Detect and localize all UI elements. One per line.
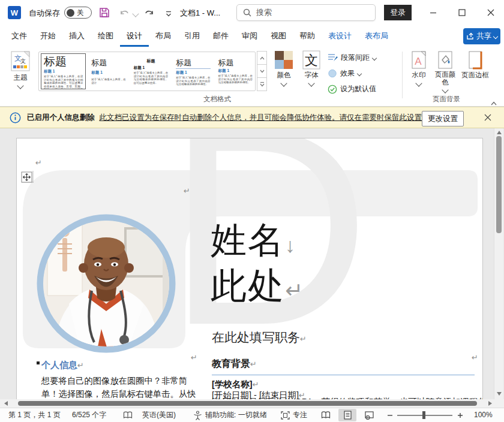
horizontal-scrollbar[interactable] [0,399,504,408]
search-input[interactable]: 搜索 [236,4,376,21]
tab-review[interactable]: 审阅 [235,25,264,47]
colors-button[interactable]: 颜色 [271,50,296,86]
gallery-scroll-buttons [257,52,267,91]
style-set-thumbnail[interactable]: 标题 标题 1 对于“插入”选项卡上的库，在设计 [89,56,128,88]
gallery-scroll-up-button[interactable] [257,51,267,65]
scroll-up-arrow-icon[interactable] [497,131,502,134]
set-default-check-icon [328,85,337,94]
thumb-heading: 标题 1 [91,70,125,76]
thumb-body: 对于“插入”选项卡上的库，在设计时充分考虑了其中内容与文档整体外观的协调性。 [218,74,253,85]
tab-layout[interactable]: 布局 [149,25,178,47]
school-name-placeholder[interactable]: [学校名称]↵ [212,379,259,390]
set-default-label: 设为默认值 [340,84,376,94]
thumb-heading: 标题 1 [44,69,83,74]
ribbon-tab-bar: 文件 开始 插入 绘图 设计 布局 引用 邮件 审阅 视图 帮助 表设计 表布局 [0,25,504,47]
horizontal-scrollbar-thumb[interactable] [18,401,477,406]
minimize-button[interactable] [420,0,446,25]
zoom-slider-thumb[interactable] [422,411,425,419]
tab-draw[interactable]: 绘图 [91,25,120,47]
infobar-message-link[interactable]: 此文档已设置为在保存时自动删除个人信息，并且可能会降低协作体验。请仅在需要时保留… [100,113,430,123]
accessibility-icon [193,411,202,420]
undo-icon[interactable] [119,7,131,21]
thumb-body: 对于“插入”选项卡上的库，在设计 [91,78,125,85]
quick-access-more-icon[interactable] [164,9,173,20]
zoom-out-icon[interactable] [387,412,393,420]
svg-text:文: 文 [305,53,318,68]
style-set-thumbnail[interactable]: 标题 标题 1 对于“插入”选项卡上的库，在设计时充分考虑了其中内容与文档整体外… [216,56,255,88]
share-button[interactable]: 共享 [463,28,500,44]
fonts-chevron-icon [308,80,314,86]
paragraph-spacing-button[interactable]: 段落间距 [328,53,376,63]
accessibility-status[interactable]: 辅助功能: 一切就绪 [205,408,267,422]
signin-button[interactable]: 登录 [384,5,412,20]
education-heading[interactable]: 教育背景↵ [212,358,475,375]
tab-home[interactable]: 开始 [34,25,62,47]
document-page[interactable]: D ↵ ↵ ↵ ↵ [16,138,483,399]
paragraph-mark: ↵ [77,361,84,370]
heading-bullet [37,361,40,364]
page-borders-icon [467,50,484,70]
name-placeholder-line2[interactable]: 此处↵ [211,268,304,309]
profile-photo[interactable] [37,214,176,353]
style-set-thumbnail-selected[interactable]: 标题 标题 1 对于“插入”选项卡上的库，在设计时充分考虑了其中的项与文档整体外… [41,53,86,89]
zoom-in-icon[interactable] [457,412,463,420]
paragraph-mark: ↵ [184,186,190,195]
tab-view[interactable]: 视图 [264,25,293,47]
style-set-thumbnail[interactable]: 标题 标题 1 对于“插入”选项卡上的库，在设计时充分考虑了其中内容与文档整体外… [173,56,212,88]
undo-dropdown-chevron[interactable] [132,10,139,17]
scroll-down-arrow-icon[interactable] [497,392,502,396]
autosave-toggle[interactable]: 关 [64,7,92,19]
tab-insert[interactable]: 插入 [62,25,91,47]
gallery-scroll-down-button[interactable] [257,64,267,78]
colors-icon [274,50,293,70]
tab-help[interactable]: 帮助 [293,25,322,47]
web-layout-view-button[interactable] [360,409,378,421]
page-color-button[interactable]: 页面颜色 [432,50,458,92]
effects-button[interactable]: 效果 [328,68,361,79]
redo-icon[interactable] [143,7,155,21]
job-title-placeholder[interactable]: 在此处填写职务↵ [212,329,307,346]
fonts-button[interactable]: 文 字体 [299,50,324,86]
vertical-scrollbar-thumb[interactable] [496,136,502,233]
themes-button[interactable]: 文 文 主题 [6,50,35,88]
group-label-document-formatting: 文档格式 [37,95,397,104]
print-layout-view-button[interactable] [338,409,356,421]
close-button[interactable] [478,0,504,25]
style-set-thumbnail[interactable]: 标题 标题 1 对于“插入”选项卡上的库，在设计时充分考虑了其中内容与文档整体外… [131,56,170,88]
scroll-right-arrow-icon[interactable] [488,401,492,406]
infobar-close-icon[interactable] [484,113,492,124]
toggle-state: 关 [77,8,84,17]
vertical-scrollbar[interactable] [494,128,503,399]
change-settings-button[interactable]: 更改设置 [422,111,464,126]
personal-info-heading[interactable]: 个人信息↵ [41,360,84,371]
page-borders-button[interactable]: 页面边框 [460,50,491,80]
page-indicator[interactable]: 第 1 页，共 1 页 [8,408,61,422]
personal-info-body[interactable]: 想要将自己的图像放在圆圈中？非常简 单！选择图像，然后鼠标右键单击。从快 捷菜单… [41,374,199,399]
tab-table-layout[interactable]: 表布局 [358,25,395,47]
save-icon[interactable] [98,7,110,21]
scroll-left-arrow-icon[interactable] [4,401,8,406]
maximize-button[interactable] [449,0,475,25]
name-placeholder-line1[interactable]: 姓名↓ [211,222,296,263]
tab-table-design[interactable]: 表设计 [322,25,358,47]
word-count[interactable]: 6/525 个字 [72,408,106,422]
page-color-label: 页面颜色 [432,71,458,86]
document-canvas[interactable]: D ↵ ↵ ↵ ↵ [0,128,504,399]
tab-design[interactable]: 设计 [120,25,149,47]
zoom-level[interactable]: 100% [474,408,493,422]
table-move-handle-icon[interactable] [20,170,35,184]
focus-label[interactable]: 专注 [293,408,307,422]
paragraph-mark: ↵ [253,380,259,389]
tab-mailings[interactable]: 邮件 [206,25,235,47]
colors-chevron-icon [280,80,287,86]
gallery-more-button[interactable] [257,77,267,91]
tab-references[interactable]: 引用 [178,25,206,47]
proofing-status-icon[interactable] [123,411,133,420]
language-indicator[interactable]: 英语(美国) [142,408,176,422]
tab-file[interactable]: 文件 [5,25,34,47]
set-default-button[interactable]: 设为默认值 [328,84,376,94]
word-logo-icon[interactable]: W [8,6,21,22]
svg-text:W: W [11,8,19,17]
read-mode-view-button[interactable] [317,409,335,421]
watermark-button[interactable]: A 水印 [407,50,431,86]
